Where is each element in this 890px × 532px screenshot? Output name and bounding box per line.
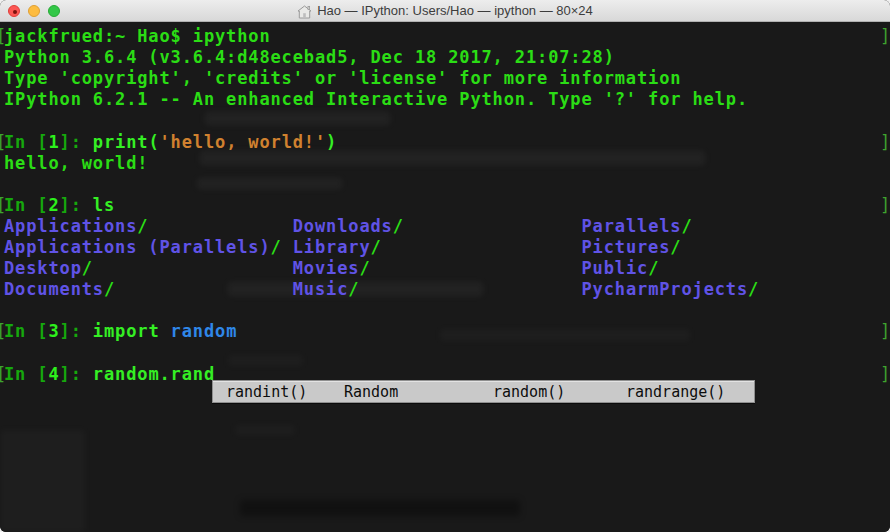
minimize-button[interactable] <box>28 5 40 17</box>
completion-item-Random[interactable]: Random <box>344 382 398 403</box>
terminal-text-segment: Downloads <box>293 216 393 236</box>
close-button[interactable] <box>8 5 20 17</box>
terminal-text-segment: 3 <box>48 321 59 341</box>
terminal-line: Python 3.6.4 (v3.6.4:d48ecebad5, Dec 18 … <box>0 47 890 68</box>
terminal-text-segment: 4 <box>48 364 59 384</box>
terminal-line: Applications (Parallels)/ Library/ Pictu… <box>0 237 890 258</box>
terminal-text-segment: ]: <box>60 364 93 384</box>
terminal-text-segment: Documents <box>4 279 104 299</box>
terminal-text-segment: ]: <box>60 132 93 152</box>
terminal-text-segment: jackfrued:~ Hao$ ipython <box>4 26 271 46</box>
terminal-text-segment: In [ <box>4 195 48 215</box>
terminal-text-segment: / <box>348 279 359 299</box>
terminal-text-segment: / <box>748 279 759 299</box>
terminal-text-segment <box>370 258 581 278</box>
terminal-text-segment: 2 <box>48 195 59 215</box>
terminal-text-segment: In [ <box>4 132 48 152</box>
completion-item-random[interactable]: random() <box>493 382 565 403</box>
terminal-text-segment: Movies <box>293 258 360 278</box>
terminal-text-segment <box>282 237 293 257</box>
prompt-mark-right: ] <box>880 364 890 385</box>
terminal-text-segment: Desktop <box>4 258 82 278</box>
terminal-text-segment: ]: <box>60 321 93 341</box>
terminal-text-segment: print <box>93 132 149 152</box>
terminal-text-segment <box>148 216 292 236</box>
ghost-artifact <box>240 500 520 516</box>
terminal-line: IPython 6.2.1 -- An enhanced Interactive… <box>0 89 890 110</box>
terminal-line: hello, world! <box>0 153 890 174</box>
title-group: Hao — IPython: Users/Hao — ipython — 80×… <box>297 3 593 18</box>
titlebar[interactable]: Hao — IPython: Users/Hao — ipython — 80×… <box>0 0 890 22</box>
traffic-lights <box>8 5 60 17</box>
terminal-text-segment <box>93 258 293 278</box>
terminal-text-segment: / <box>271 237 282 257</box>
terminal-text-segment: random <box>171 321 238 341</box>
terminal-text-segment: ]: <box>60 195 93 215</box>
prompt-mark-right: ] <box>880 132 890 153</box>
home-folder-icon[interactable] <box>297 4 312 18</box>
terminal-text-segment: / <box>670 237 681 257</box>
terminal-line: Type 'copyright', 'credits' or 'license'… <box>0 68 890 89</box>
terminal-line: []In [3]: import random <box>0 321 890 342</box>
terminal-line: []jackfrued:~ Hao$ ipython <box>0 26 890 47</box>
terminal-text-segment: / <box>104 279 115 299</box>
terminal-screen[interactable]: randint() Random random() randrange() []… <box>0 22 890 532</box>
completion-menu[interactable]: randint() Random random() randrange() <box>212 380 755 403</box>
terminal-line: []In [1]: print('hello, world!') <box>0 132 890 153</box>
terminal-text-segment: hello, world! <box>4 153 148 173</box>
terminal-text-segment: Parallels <box>582 216 682 236</box>
terminal-window: Hao — IPython: Users/Hao — ipython — 80×… <box>0 0 890 532</box>
terminal-text-segment: / <box>393 216 404 236</box>
terminal-text-segment: Music <box>293 279 349 299</box>
terminal-text-segment <box>115 279 293 299</box>
terminal-text-segment: import <box>93 321 160 341</box>
prompt-mark-left: [ <box>0 132 7 153</box>
terminal-text-segment: ls <box>93 195 115 215</box>
prompt-mark-left: [ <box>0 195 7 216</box>
terminal-text-segment: In [ <box>4 364 48 384</box>
prompt-mark-right: ] <box>880 321 890 342</box>
zoom-button[interactable] <box>48 5 60 17</box>
terminal-text-segment: Applications (Parallels) <box>4 237 271 257</box>
terminal-text-segment: Python 3.6.4 (v3.6.4:d48ecebad5, Dec 18 … <box>4 47 615 67</box>
terminal-text-segment <box>404 216 582 236</box>
terminal-text-segment: Applications <box>4 216 137 236</box>
terminal-line: []In [2]: ls <box>0 195 890 216</box>
ghost-artifact <box>235 425 295 435</box>
terminal-text-segment: PycharmProjects <box>582 279 749 299</box>
terminal-text-segment <box>160 321 171 341</box>
terminal-text-segment: In [ <box>4 321 48 341</box>
terminal-text-segment: / <box>648 258 659 278</box>
ghost-artifact <box>197 178 342 189</box>
terminal-text-segment: ( <box>148 132 159 152</box>
ghost-artifact <box>205 112 390 125</box>
ghost-artifact <box>0 430 85 532</box>
completion-item-randint[interactable]: randint() <box>226 382 307 403</box>
terminal-text-segment: Pictures <box>581 237 670 257</box>
terminal-text-segment: / <box>681 216 692 236</box>
terminal-line: Documents/ Music/ PycharmProjects/ <box>0 279 890 300</box>
completion-item-randrange[interactable]: randrange() <box>626 382 725 403</box>
terminal-text-segment: Public <box>581 258 648 278</box>
terminal-text-segment: / <box>137 216 148 236</box>
terminal-text-segment <box>359 279 581 299</box>
terminal-text-segment: Library <box>293 237 371 257</box>
prompt-mark-right: ] <box>880 26 890 47</box>
terminal-text-segment <box>382 237 582 257</box>
terminal-text-segment: 'hello, world!' <box>160 132 327 152</box>
prompt-mark-left: [ <box>0 364 7 385</box>
prompt-mark-right: ] <box>880 195 890 216</box>
terminal-line: Desktop/ Movies/ Public/ <box>0 258 890 279</box>
terminal-text-segment: Type 'copyright', 'credits' or 'license'… <box>4 68 681 88</box>
terminal-text-segment: random.rand <box>93 364 215 384</box>
terminal-text-segment: / <box>359 258 370 278</box>
prompt-mark-left: [ <box>0 321 7 342</box>
terminal-text-segment: / <box>370 237 381 257</box>
terminal-text-segment: ) <box>326 132 337 152</box>
window-title: Hao — IPython: Users/Hao — ipython — 80×… <box>317 3 593 18</box>
terminal-line: Applications/ Downloads/ Parallels/ <box>0 216 890 237</box>
terminal-text-segment: 1 <box>48 132 59 152</box>
prompt-mark-left: [ <box>0 26 7 47</box>
terminal-text-segment: IPython 6.2.1 -- An enhanced Interactive… <box>4 89 748 109</box>
terminal-text-segment: / <box>82 258 93 278</box>
